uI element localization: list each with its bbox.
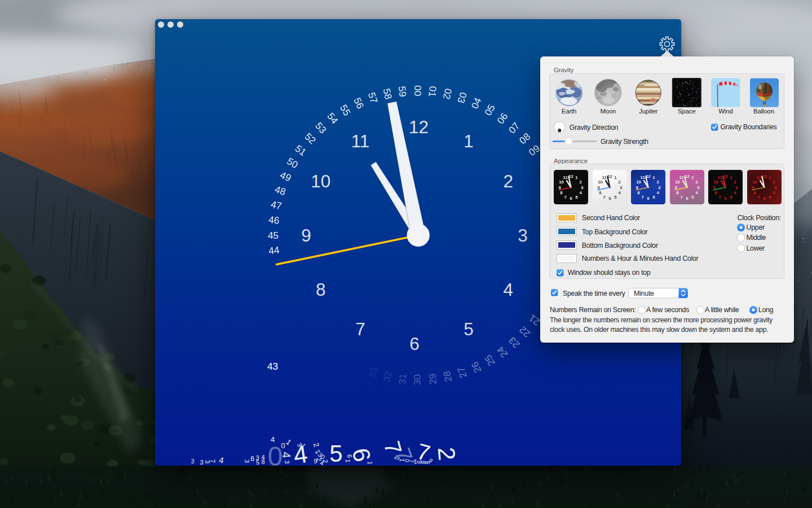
- svg-text:24: 24: [495, 344, 510, 360]
- svg-text:11: 11: [641, 175, 646, 180]
- svg-text:6: 6: [570, 196, 572, 201]
- svg-text:26: 26: [469, 360, 484, 375]
- svg-text:25: 25: [482, 353, 497, 368]
- svg-text:8: 8: [637, 190, 639, 195]
- svg-text:11: 11: [757, 175, 762, 180]
- svg-text:48: 48: [273, 183, 287, 198]
- svg-text:7: 7: [209, 459, 217, 463]
- svg-text:5: 5: [256, 459, 259, 466]
- svg-text:6: 6: [647, 196, 650, 201]
- svg-text:32: 32: [381, 370, 395, 383]
- svg-text:4: 4: [218, 455, 224, 465]
- svg-text:05: 05: [482, 103, 497, 118]
- svg-text:00: 00: [412, 85, 423, 96]
- svg-text:2: 2: [579, 179, 581, 185]
- svg-text:3: 3: [518, 225, 528, 246]
- svg-text:01: 01: [426, 85, 439, 97]
- svg-text:3: 3: [244, 459, 250, 463]
- svg-text:3: 3: [736, 185, 738, 190]
- svg-text:6: 6: [608, 196, 611, 201]
- svg-text:46: 46: [268, 214, 280, 226]
- svg-text:31: 31: [396, 373, 409, 385]
- svg-text:7: 7: [564, 195, 566, 200]
- svg-text:49: 49: [279, 169, 293, 184]
- svg-text:8: 8: [676, 190, 678, 195]
- svg-text:12: 12: [409, 117, 429, 137]
- svg-text:5: 5: [329, 440, 342, 466]
- svg-text:2: 2: [618, 179, 620, 185]
- svg-text:11: 11: [679, 175, 684, 180]
- svg-text:9: 9: [301, 225, 311, 246]
- svg-text:08: 08: [517, 131, 533, 147]
- svg-text:29: 29: [426, 373, 439, 385]
- svg-text:6: 6: [250, 455, 254, 463]
- svg-text:2: 2: [322, 459, 329, 463]
- svg-text:3: 3: [697, 185, 699, 190]
- svg-text:3: 3: [581, 185, 583, 190]
- svg-text:6: 6: [409, 334, 420, 354]
- svg-text:3: 3: [284, 460, 290, 463]
- svg-text:11: 11: [351, 131, 370, 151]
- svg-text:54: 54: [325, 111, 341, 126]
- svg-text:Minute: Minute: [634, 289, 654, 297]
- svg-text:1: 1: [367, 461, 373, 465]
- svg-text:7: 7: [680, 195, 682, 200]
- svg-text:11: 11: [602, 175, 607, 180]
- svg-text:27: 27: [455, 366, 469, 379]
- svg-text:4: 4: [504, 279, 514, 300]
- svg-text:33: 33: [366, 366, 380, 379]
- svg-text:04: 04: [469, 96, 484, 111]
- svg-text:8: 8: [316, 279, 326, 300]
- svg-text:57: 57: [366, 91, 380, 104]
- svg-text:23: 23: [506, 335, 522, 351]
- svg-text:3: 3: [658, 185, 660, 190]
- svg-text:44: 44: [268, 244, 280, 257]
- svg-text:2: 2: [312, 441, 321, 448]
- svg-text:3: 3: [191, 458, 195, 465]
- svg-text:8: 8: [715, 190, 717, 195]
- svg-text:51: 51: [293, 142, 308, 157]
- svg-text:45: 45: [268, 230, 279, 241]
- svg-text:2: 2: [657, 179, 659, 185]
- svg-text:6: 6: [763, 196, 765, 201]
- svg-text:10: 10: [311, 171, 330, 191]
- svg-text:55: 55: [338, 103, 353, 118]
- svg-text:7: 7: [355, 319, 365, 339]
- svg-text:11: 11: [718, 175, 723, 180]
- svg-text:3: 3: [200, 459, 203, 466]
- svg-text:58: 58: [381, 87, 395, 100]
- svg-text:1: 1: [464, 131, 474, 151]
- svg-text:6: 6: [686, 196, 688, 201]
- svg-text:56: 56: [351, 96, 366, 111]
- svg-text:7: 7: [603, 195, 605, 200]
- svg-text:2: 2: [504, 171, 514, 191]
- svg-text:11: 11: [563, 175, 568, 180]
- svg-text:53: 53: [313, 120, 329, 136]
- svg-text:02: 02: [441, 87, 454, 100]
- svg-text:03: 03: [455, 91, 469, 104]
- svg-text:7: 7: [719, 195, 721, 200]
- svg-text:2: 2: [695, 179, 698, 185]
- svg-text:06: 06: [495, 111, 510, 126]
- svg-text:8: 8: [599, 190, 601, 195]
- svg-text:50: 50: [285, 155, 300, 170]
- svg-text:3: 3: [774, 185, 776, 190]
- svg-text:59: 59: [396, 85, 409, 97]
- svg-text:4: 4: [271, 435, 275, 444]
- svg-text:2: 2: [433, 446, 461, 461]
- svg-text:8: 8: [753, 190, 756, 195]
- svg-text:28: 28: [441, 370, 454, 383]
- svg-text:30: 30: [412, 374, 423, 385]
- svg-text:8: 8: [560, 190, 562, 195]
- svg-text:0: 0: [281, 441, 285, 450]
- svg-text:4: 4: [280, 452, 293, 458]
- svg-text:43: 43: [267, 361, 278, 372]
- svg-text:2: 2: [734, 179, 736, 185]
- svg-text:2: 2: [773, 179, 775, 185]
- svg-text:6: 6: [725, 196, 727, 201]
- svg-text:3: 3: [620, 185, 622, 190]
- svg-text:7: 7: [642, 195, 644, 200]
- svg-text:07: 07: [506, 120, 522, 136]
- svg-text:52: 52: [302, 131, 318, 147]
- svg-text:22: 22: [517, 324, 533, 340]
